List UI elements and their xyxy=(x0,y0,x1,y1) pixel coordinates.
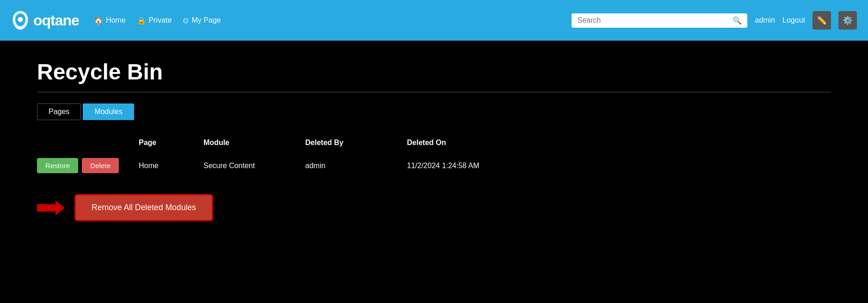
delete-button[interactable]: Delete xyxy=(82,158,119,173)
cell-deleted-on: 11/2/2024 1:24:58 AM xyxy=(407,162,831,170)
col-header-module: Module xyxy=(203,139,305,147)
edit-icon-button[interactable]: ✏️ xyxy=(813,11,831,30)
oqtane-logo-icon xyxy=(11,10,30,30)
restore-button[interactable]: Restore xyxy=(37,158,78,173)
table-row: Restore Delete Home Secure Content admin… xyxy=(37,154,831,177)
svg-marker-1 xyxy=(37,200,65,215)
navbar-right: 🔍 admin Logout ✏️ ⚙️ xyxy=(572,11,857,30)
col-header-deleted-on: Deleted On xyxy=(407,139,831,147)
main-content: Recycle Bin Pages Modules Page Module De… xyxy=(0,41,868,238)
tab-modules[interactable]: Modules xyxy=(83,103,134,120)
cell-deleted-by: admin xyxy=(305,162,407,170)
col-header-page: Page xyxy=(139,139,203,147)
search-input[interactable] xyxy=(577,16,733,24)
navbar: oqtane 🏠 Home 🔒 Private ⊙ My Page 🔍 admi… xyxy=(0,0,868,41)
tabs: Pages Modules xyxy=(37,103,831,120)
search-box: 🔍 xyxy=(572,13,747,28)
title-divider xyxy=(37,92,831,92)
brand[interactable]: oqtane xyxy=(11,10,79,30)
remove-all-button[interactable]: Remove All Deleted Modules xyxy=(76,195,212,220)
col-header-deleted-by: Deleted By xyxy=(305,139,407,147)
tab-pages[interactable]: Pages xyxy=(37,103,81,120)
arrow-indicator xyxy=(37,199,65,217)
cell-page: Home xyxy=(139,162,203,170)
nav-link-private[interactable]: 🔒 Private xyxy=(137,16,172,25)
circle-icon: ⊙ xyxy=(183,16,189,25)
nav-link-home[interactable]: 🏠 Home xyxy=(94,16,126,25)
brand-name: oqtane xyxy=(33,12,79,29)
remove-all-section: Remove All Deleted Modules xyxy=(37,195,831,220)
username-label: admin xyxy=(755,16,775,24)
home-icon: 🏠 xyxy=(94,16,103,25)
row-actions: Restore Delete xyxy=(37,158,139,173)
page-title: Recycle Bin xyxy=(37,59,831,85)
nav-links: 🏠 Home 🔒 Private ⊙ My Page xyxy=(94,16,572,25)
settings-icon-button[interactable]: ⚙️ xyxy=(838,11,857,30)
svg-point-0 xyxy=(18,17,23,22)
lock-icon: 🔒 xyxy=(137,16,146,25)
nav-link-mypage[interactable]: ⊙ My Page xyxy=(183,16,221,25)
logout-link[interactable]: Logout xyxy=(782,16,805,24)
cell-module: Secure Content xyxy=(203,162,305,170)
table-header: Page Module Deleted By Deleted On xyxy=(37,135,831,151)
col-header-actions xyxy=(37,139,139,147)
search-button[interactable]: 🔍 xyxy=(733,16,742,25)
